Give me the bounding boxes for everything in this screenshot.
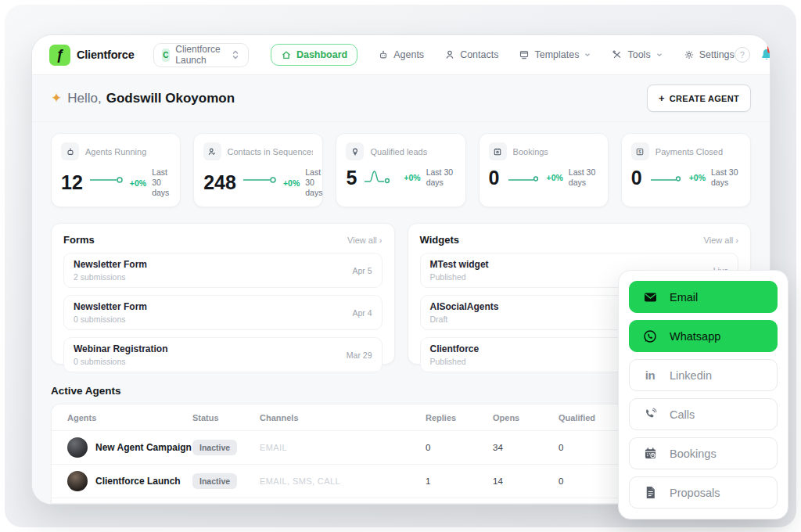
- workspace-label: Clientforce Launch: [175, 44, 225, 66]
- forms-title: Forms: [63, 234, 95, 246]
- linkedin-icon: in: [642, 368, 658, 382]
- notification-bell[interactable]: 3: [760, 48, 770, 62]
- stat-delta: +0%: [404, 173, 420, 182]
- form-item[interactable]: Newsletter Form0 submissions Apr 4: [63, 295, 383, 330]
- stat-value: 0: [631, 168, 642, 188]
- stat-card-qualified-leads[interactable]: Qualified leads 5 +0% Last 30 days: [336, 133, 465, 207]
- channel-whatsapp-button[interactable]: Whatsapp: [629, 320, 778, 352]
- forms-panel: Forms View all › Newsletter Form2 submis…: [51, 223, 395, 365]
- nav-templates[interactable]: Templates: [519, 49, 591, 60]
- stat-card-agents-running[interactable]: Agents Running 12 +0% Last 30 days: [51, 133, 181, 207]
- nav-contacts[interactable]: Contacts: [444, 49, 498, 60]
- workspace-selector[interactable]: C Clientforce Launch: [153, 43, 249, 67]
- create-agent-button[interactable]: + CREATE AGENT: [647, 84, 751, 112]
- robot-icon: [378, 49, 389, 60]
- sparkline-flat: [242, 174, 278, 192]
- robot-icon: [61, 142, 79, 160]
- channel-email-button[interactable]: Email: [629, 281, 778, 313]
- phone-icon: [642, 408, 658, 421]
- stat-delta: +0%: [283, 178, 300, 188]
- avatar: [67, 437, 88, 458]
- person-icon: [444, 49, 455, 60]
- forms-view-all-link[interactable]: View all ›: [347, 235, 382, 245]
- calendar-icon: [489, 142, 507, 160]
- sparkline-flat-low: [505, 168, 541, 187]
- stat-card-bookings[interactable]: Bookings 0 +0% Last 30 days: [479, 133, 609, 207]
- stat-value: 0: [489, 168, 500, 188]
- svg-text:$: $: [639, 149, 642, 154]
- navbar-right: ? 3: [735, 43, 770, 66]
- nav-tools[interactable]: Tools: [612, 49, 663, 60]
- payment-icon: $: [631, 142, 649, 160]
- channel-linkedin-button[interactable]: in Linkedin: [629, 359, 778, 391]
- status-badge: Inactive: [192, 440, 237, 455]
- form-date: Apr 4: [352, 308, 372, 318]
- greeting-name: Godswill Okoyomon: [106, 91, 235, 106]
- channel-menu-popup: Email Whatsapp in Linkedin Calls Booking…: [618, 270, 788, 519]
- document-icon: [642, 486, 658, 499]
- stat-value: 5: [346, 168, 357, 188]
- stat-period: Last 30 days: [426, 167, 456, 188]
- sparkline-spike: [362, 167, 398, 188]
- chevron-down-icon: [584, 51, 591, 59]
- stat-delta: +0%: [547, 173, 563, 182]
- stat-period: Last 30 days: [569, 167, 598, 188]
- channel-proposals-button[interactable]: Proposals: [629, 476, 778, 509]
- stat-label: Payments Closed: [656, 147, 723, 156]
- stat-period: Last 30 days: [305, 167, 322, 198]
- stat-label: Bookings: [513, 147, 548, 156]
- greeting-row: ✦ Hello, Godswill Okoyomon + CREATE AGEN…: [32, 75, 770, 122]
- form-date: Mar 29: [347, 350, 372, 360]
- stats-row: Agents Running 12 +0% Last 30 days Cont: [32, 122, 770, 207]
- updown-chevron-icon: [231, 49, 240, 60]
- nav-items: Dashboard Agents Contacts Templates: [271, 44, 735, 66]
- stat-delta: +0%: [689, 173, 706, 182]
- stat-label: Qualified leads: [370, 147, 427, 156]
- widgets-view-all-link[interactable]: View all ›: [704, 235, 738, 245]
- channel-bookings-button[interactable]: Bookings: [629, 437, 778, 469]
- stat-label: Contacts in Sequences: [228, 147, 314, 156]
- widgets-title: Widgets: [420, 234, 459, 246]
- stat-value: 248: [203, 173, 236, 192]
- avatar: [67, 471, 88, 491]
- nav-agents[interactable]: Agents: [378, 49, 424, 60]
- home-icon: [281, 49, 292, 60]
- nav-dashboard[interactable]: Dashboard: [271, 44, 357, 66]
- workspace-initial-badge: C: [162, 49, 171, 62]
- nav-settings[interactable]: Settings: [684, 49, 735, 60]
- help-icon[interactable]: ?: [735, 47, 750, 63]
- plus-icon: +: [659, 92, 665, 104]
- stat-card-contacts-in-sequences[interactable]: Contacts in Sequences 248 +0% Last 30 da…: [193, 133, 323, 207]
- brand-name: Clientforce: [77, 49, 135, 61]
- sparkle-icon: ✦: [51, 90, 62, 106]
- status-badge: Inactive: [192, 473, 237, 489]
- tools-icon: [612, 49, 623, 60]
- stat-period: Last 30 days: [711, 167, 741, 188]
- gear-icon: [684, 49, 695, 60]
- stat-delta: +0%: [130, 178, 146, 188]
- sparkline-flat-low: [648, 168, 684, 187]
- brand-logo[interactable]: ƒ Clientforce: [49, 45, 135, 66]
- lightbulb-icon: [346, 142, 364, 160]
- channel-calls-button[interactable]: Calls: [629, 398, 778, 430]
- stat-card-payments-closed[interactable]: $ Payments Closed 0 +0% Last 30 days: [621, 133, 751, 207]
- top-navbar: ƒ Clientforce C Clientforce Launch Dashb…: [32, 35, 770, 75]
- form-date: Apr 5: [352, 266, 372, 275]
- templates-icon: [519, 49, 530, 60]
- form-item[interactable]: Newsletter Form2 submissions Apr 5: [63, 253, 383, 288]
- chevron-down-icon: [656, 51, 663, 59]
- email-icon: [642, 292, 658, 303]
- whatsapp-icon: [642, 329, 658, 343]
- brand-logo-icon: ƒ: [49, 45, 70, 66]
- stat-period: Last 30 days: [152, 167, 171, 198]
- greeting-hello: Hello,: [67, 91, 101, 106]
- sparkline-flat: [88, 174, 124, 192]
- calendar-icon: [642, 447, 658, 460]
- stat-value: 12: [61, 173, 83, 192]
- stat-label: Agents Running: [85, 147, 146, 156]
- person-icon: [203, 142, 221, 160]
